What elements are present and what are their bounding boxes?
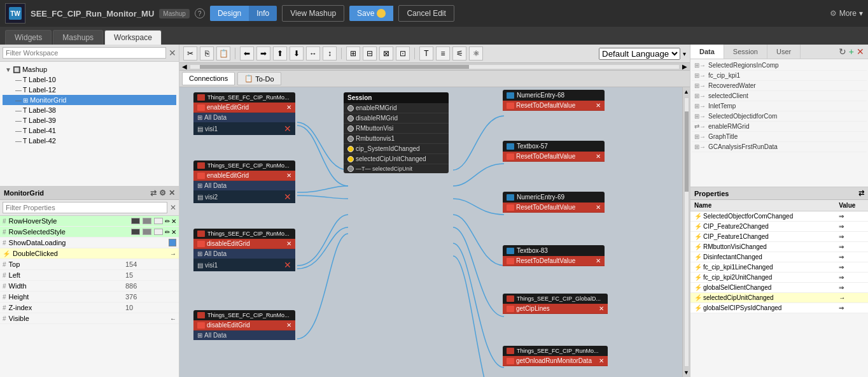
close-icon[interactable]: ✕ <box>286 322 291 329</box>
tab-connections[interactable]: Connections <box>182 72 235 85</box>
filter-props-clear-icon[interactable]: ✕ <box>170 203 176 212</box>
save-button[interactable]: Save <box>349 6 393 21</box>
props-settings-icon[interactable]: ⚙ <box>159 188 166 197</box>
canvas-content[interactable]: Things_SEE_FC_CIP_RunMo... enableEditGri… <box>179 87 690 377</box>
tool-btn12[interactable]: ≡ <box>436 46 450 60</box>
tab-todo[interactable]: 📋 To-Do <box>237 72 281 85</box>
tool-btn13[interactable]: ⚟ <box>452 46 466 60</box>
close-icon[interactable]: ✕ <box>599 305 604 312</box>
color-swatch-light[interactable] <box>154 229 163 235</box>
tab-widgets[interactable]: Widgets <box>5 30 52 45</box>
props-close-icon[interactable]: ✕ <box>169 188 175 197</box>
node-things4[interactable]: Things_SEE_FC_CIP_RunMo... disableEditGr… <box>193 310 295 340</box>
tree-item-label38[interactable]: — T Label-38 <box>3 105 176 115</box>
node-things2[interactable]: Things_SEE_FC_CIP_RunMo... enableEditGri… <box>193 160 295 203</box>
node-session[interactable]: Session enableRMGrid disableRMGrid RMbut… <box>344 92 449 173</box>
cancel-edit-button[interactable]: Cancel Edit <box>398 5 454 22</box>
filter-props-input[interactable] <box>3 202 167 213</box>
remove-icon[interactable]: ✕ <box>284 260 291 270</box>
node-numeric69[interactable]: NumericEntry-69 ResetToDefaultValue ✕ <box>503 192 605 213</box>
tree-item-label39[interactable]: — T Label-39 <box>3 115 176 125</box>
edit-icon[interactable]: ✏ <box>165 229 170 236</box>
scroll-thumb[interactable] <box>200 65 468 69</box>
add-icon[interactable]: + <box>849 46 854 57</box>
info-button[interactable]: Info <box>249 6 277 21</box>
tool-btn9[interactable]: ⊠ <box>379 46 393 60</box>
prop-row-zindex: # Z-index 10 <box>0 302 179 313</box>
tab-mashups[interactable]: Mashups <box>53 30 103 45</box>
node-global1[interactable]: Things_SEE_FC_CIP_GlobalD... getCipLines… <box>503 294 608 314</box>
tree-item-label12[interactable]: — T Label-12 <box>3 85 176 95</box>
color-swatch-dark[interactable] <box>131 218 140 224</box>
close-icon[interactable]: ✕ <box>596 204 601 211</box>
scroll-up-icon[interactable]: ▲ <box>682 87 690 96</box>
filter-clear-icon[interactable]: ✕ <box>169 48 176 58</box>
color-swatch-light[interactable] <box>154 218 163 224</box>
tool-btn7[interactable]: ⊞ <box>346 46 360 60</box>
tool-btn6[interactable]: ↕ <box>323 46 337 60</box>
copy-button[interactable]: ⎘ <box>200 46 214 60</box>
view-mashup-button[interactable]: View Mashup <box>282 5 344 22</box>
tool-btn8[interactable]: ⊟ <box>363 46 377 60</box>
node-runmo1[interactable]: Things_SEE_FC_CIP_RunMo... getOnloadRunM… <box>503 346 608 366</box>
tree-item-label10[interactable]: — T Label-10 <box>3 75 176 85</box>
tree-item-label41[interactable]: — T Label-41 <box>3 125 176 136</box>
tool-btn3[interactable]: ⬆ <box>273 46 287 60</box>
close-icon[interactable]: ✕ <box>286 172 291 179</box>
delete-icon[interactable]: ✕ <box>171 218 176 225</box>
node-things3[interactable]: Things_SEE_FC_CIP_RunMo... disableEditGr… <box>193 229 295 271</box>
tool-btn2[interactable]: ➡ <box>256 46 270 60</box>
expand-icon[interactable]: ▼ <box>5 66 11 73</box>
tab-workspace[interactable]: Workspace <box>104 30 162 45</box>
tree-item-monitorgrid[interactable]: — ⊞ MonitorGrid <box>3 95 176 105</box>
v-scroll-thumb[interactable] <box>685 111 689 192</box>
node-textbox57[interactable]: Textbox-57 ResetToDefaultValue ✕ <box>503 141 605 162</box>
tool-btn11[interactable]: T <box>419 46 433 60</box>
delete-icon[interactable]: ✕ <box>171 229 176 236</box>
node-textbox83[interactable]: Textbox-83 ResetToDefaultValue ✕ <box>503 245 605 266</box>
more-button[interactable]: ⚙ More ▾ <box>830 9 863 18</box>
close-icon[interactable]: ✕ <box>599 357 604 364</box>
color-swatch-mid[interactable] <box>143 229 151 235</box>
close-icon[interactable]: ✕ <box>286 104 291 111</box>
props-arrow-icon[interactable]: ⇄ <box>150 188 157 197</box>
rtab-data[interactable]: Data <box>690 45 724 59</box>
rtab-session[interactable]: Session <box>724 45 767 59</box>
rtab-user[interactable]: User <box>767 45 801 59</box>
close-icon[interactable]: ✕ <box>596 257 601 264</box>
color-swatch-mid[interactable] <box>143 218 151 224</box>
scroll-right-icon[interactable]: ▶ <box>682 63 687 70</box>
h-scrollbar[interactable]: ◀ ▶ <box>179 63 690 71</box>
paste-button[interactable]: 📋 <box>216 46 230 60</box>
node-numeric69-header: NumericEntry-69 <box>503 192 605 203</box>
close-icon[interactable]: ✕ <box>857 46 864 57</box>
remove-icon[interactable]: ✕ <box>284 192 291 202</box>
tree-item-label42[interactable]: — T Label-42 <box>3 136 176 146</box>
tool-btn5[interactable]: ↔ <box>306 46 320 60</box>
close-icon[interactable]: ✕ <box>286 240 291 247</box>
checkbox-showdataloading[interactable] <box>169 239 176 246</box>
edit-icon[interactable]: ✏ <box>165 218 170 225</box>
close-icon[interactable]: ✕ <box>596 153 601 160</box>
table-icon: ⊞ <box>197 332 202 339</box>
tool-btn14[interactable]: ⚛ <box>469 46 483 60</box>
cut-button[interactable]: ✂ <box>183 46 197 60</box>
tool-btn4[interactable]: ⬇ <box>290 46 304 60</box>
remove-icon[interactable]: ✕ <box>284 124 291 134</box>
color-swatch-dark[interactable] <box>131 229 140 235</box>
node-numeric68[interactable]: NumericEntry-68 ResetToDefaultValue ✕ <box>503 90 605 111</box>
filter-workspace-input[interactable] <box>3 47 166 59</box>
tool-btn1[interactable]: ⬅ <box>240 46 254 60</box>
scroll-down-icon[interactable]: ▼ <box>682 368 690 377</box>
design-button[interactable]: Design <box>210 6 249 21</box>
tool-btn10[interactable]: ⊡ <box>396 46 410 60</box>
collapse-icon[interactable]: ⇄ <box>858 189 864 197</box>
refresh-icon[interactable]: ↻ <box>839 46 846 57</box>
v-scrollbar[interactable]: ▲ ▼ <box>682 87 690 377</box>
close-icon[interactable]: ✕ <box>596 102 601 109</box>
scroll-left-icon[interactable]: ◀ <box>182 63 187 70</box>
tree-item-mashup[interactable]: ▼ 🔲 Mashup <box>3 64 176 75</box>
language-select[interactable]: Default Language <box>599 48 680 60</box>
help-icon[interactable]: ? <box>195 8 205 18</box>
node-things1[interactable]: Things_SEE_FC_CIP_RunMo... enableEditGri… <box>193 92 295 135</box>
